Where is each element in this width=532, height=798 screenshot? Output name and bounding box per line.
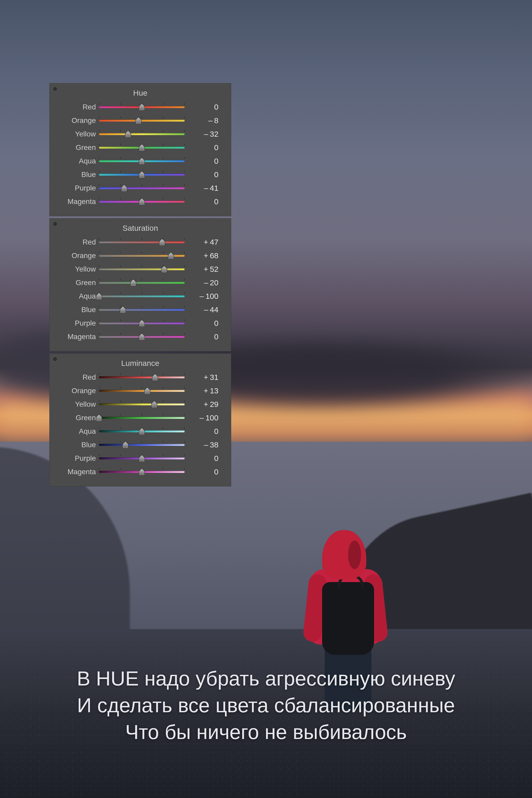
- slider-label: Yellow: [55, 265, 99, 273]
- slider-luminance-orange[interactable]: [99, 387, 185, 394]
- slider-value[interactable]: + 47: [185, 238, 221, 247]
- slider-label: Purple: [55, 454, 99, 463]
- slider-row-hue-orange: Orange– 8: [55, 115, 225, 127]
- slider-saturation-blue[interactable]: [99, 307, 185, 313]
- slider-label: Magenta: [55, 468, 99, 476]
- panel-toggle-icon[interactable]: [53, 222, 57, 226]
- slider-row-saturation-aqua: Aqua– 100: [55, 290, 225, 302]
- slider-hue-red[interactable]: [99, 104, 185, 110]
- slider-value[interactable]: – 8: [185, 116, 221, 125]
- slider-saturation-orange[interactable]: [99, 252, 185, 259]
- slider-value[interactable]: – 32: [185, 130, 221, 138]
- slider-luminance-blue[interactable]: [99, 442, 185, 448]
- slider-saturation-aqua[interactable]: [99, 293, 185, 300]
- slider-luminance-purple[interactable]: [99, 455, 185, 462]
- slider-row-luminance-orange: Orange+ 13: [55, 385, 225, 397]
- slider-value[interactable]: + 52: [185, 265, 221, 274]
- slider-row-saturation-magenta: Magenta0: [55, 331, 225, 343]
- slider-label: Magenta: [55, 333, 99, 341]
- slider-value[interactable]: 0: [185, 170, 221, 179]
- slider-row-hue-blue: Blue0: [55, 169, 225, 181]
- slider-label: Orange: [55, 116, 99, 125]
- slider-row-saturation-green: Green– 20: [55, 277, 225, 289]
- slider-value[interactable]: 0: [185, 143, 221, 152]
- slider-hue-magenta[interactable]: [99, 198, 185, 205]
- panel-saturation: SaturationRed+ 47Orange+ 68Yellow+ 52Gre…: [49, 218, 231, 351]
- slider-label: Aqua: [55, 157, 99, 165]
- slider-value[interactable]: 0: [185, 427, 221, 436]
- slider-row-luminance-aqua: Aqua0: [55, 425, 225, 437]
- slider-value[interactable]: 0: [185, 197, 221, 206]
- caption-text: В HUE надо убрать агрессивную синеву И с…: [0, 665, 532, 745]
- slider-saturation-purple[interactable]: [99, 320, 185, 327]
- slider-label: Orange: [55, 252, 99, 260]
- slider-value[interactable]: 0: [185, 319, 221, 328]
- slider-luminance-red[interactable]: [99, 374, 185, 381]
- slider-row-saturation-yellow: Yellow+ 52: [55, 263, 225, 275]
- slider-hue-blue[interactable]: [99, 171, 185, 178]
- slider-label: Purple: [55, 319, 99, 328]
- slider-value[interactable]: 0: [185, 157, 221, 166]
- slider-label: Red: [55, 238, 99, 246]
- slider-row-saturation-blue: Blue– 44: [55, 304, 225, 316]
- slider-row-hue-magenta: Magenta0: [55, 196, 225, 208]
- slider-luminance-aqua[interactable]: [99, 428, 185, 435]
- slider-saturation-red[interactable]: [99, 239, 185, 245]
- slider-label: Green: [55, 279, 99, 287]
- slider-luminance-green[interactable]: [99, 414, 185, 421]
- slider-saturation-green[interactable]: [99, 279, 185, 286]
- slider-hue-orange[interactable]: [99, 117, 185, 124]
- slider-value[interactable]: + 31: [185, 373, 221, 382]
- slider-value[interactable]: 0: [185, 454, 221, 463]
- panel-title-hue: Hue: [55, 89, 225, 97]
- panel-toggle-icon[interactable]: [53, 357, 57, 361]
- slider-luminance-yellow[interactable]: [99, 401, 185, 408]
- slider-label: Red: [55, 373, 99, 382]
- slider-value[interactable]: – 44: [185, 305, 221, 314]
- slider-label: Aqua: [55, 292, 99, 300]
- slider-label: Purple: [55, 184, 99, 192]
- slider-row-luminance-yellow: Yellow+ 29: [55, 398, 225, 410]
- slider-value[interactable]: 0: [185, 332, 221, 341]
- slider-saturation-magenta[interactable]: [99, 333, 185, 340]
- slider-value[interactable]: + 29: [185, 400, 221, 409]
- slider-row-hue-yellow: Yellow– 32: [55, 128, 225, 140]
- slider-label: Blue: [55, 305, 99, 314]
- slider-hue-yellow[interactable]: [99, 131, 185, 137]
- slider-value[interactable]: + 68: [185, 251, 221, 260]
- slider-label: Yellow: [55, 130, 99, 138]
- caption-line-1: В HUE надо убрать агрессивную синеву: [0, 665, 532, 692]
- slider-hue-aqua[interactable]: [99, 158, 185, 165]
- slider-row-luminance-green: Green– 100: [55, 412, 225, 424]
- slider-value[interactable]: – 41: [185, 184, 221, 192]
- slider-hue-purple[interactable]: [99, 185, 185, 191]
- slider-label: Green: [55, 144, 99, 152]
- slider-row-luminance-magenta: Magenta0: [55, 466, 225, 478]
- slider-value[interactable]: – 100: [185, 413, 221, 422]
- slider-value[interactable]: + 13: [185, 386, 221, 395]
- slider-hue-green[interactable]: [99, 144, 185, 151]
- slider-saturation-yellow[interactable]: [99, 266, 185, 273]
- slider-row-hue-purple: Purple– 41: [55, 182, 225, 194]
- slider-label: Magenta: [55, 198, 99, 206]
- slider-label: Yellow: [55, 400, 99, 408]
- slider-value[interactable]: 0: [185, 467, 221, 476]
- slider-label: Orange: [55, 387, 99, 395]
- slider-value[interactable]: – 20: [185, 278, 221, 287]
- panel-title-luminance: Luminance: [55, 359, 225, 368]
- caption-line-2: И сделать все цвета сбалансированные: [0, 692, 532, 719]
- hsl-panels: HueRed0Orange– 8Yellow– 32Green0Aqua0Blu…: [49, 83, 231, 488]
- panel-title-saturation: Saturation: [55, 224, 225, 233]
- slider-value[interactable]: – 38: [185, 441, 221, 449]
- slider-value[interactable]: 0: [185, 103, 221, 111]
- slider-value[interactable]: – 100: [185, 292, 221, 301]
- slider-row-saturation-red: Red+ 47: [55, 236, 225, 248]
- slider-row-saturation-purple: Purple0: [55, 317, 225, 329]
- slider-row-hue-aqua: Aqua0: [55, 155, 225, 167]
- slider-row-saturation-orange: Orange+ 68: [55, 250, 225, 262]
- slider-luminance-magenta[interactable]: [99, 468, 185, 475]
- slider-label: Red: [55, 103, 99, 111]
- slider-row-luminance-red: Red+ 31: [55, 371, 225, 383]
- caption-line-3: Что бы ничего не выбивалось: [0, 719, 532, 745]
- panel-toggle-icon[interactable]: [53, 87, 57, 91]
